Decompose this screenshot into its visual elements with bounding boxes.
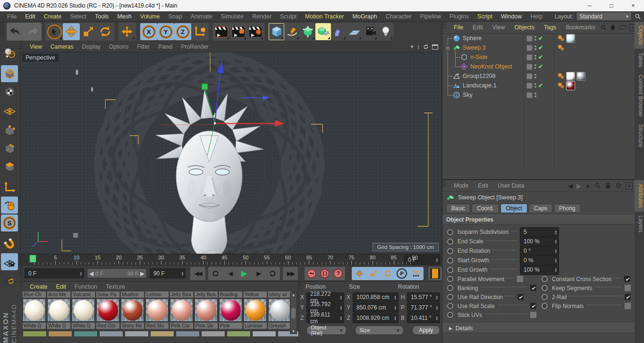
search-icon[interactable] <box>635 13 641 20</box>
om-grip[interactable] <box>442 22 446 29</box>
workplane-align-button[interactable] <box>1 271 18 288</box>
material-preview[interactable] <box>219 299 242 322</box>
position-z-field[interactable]: 189.611 cm <box>306 313 344 323</box>
keyframe-selection-button[interactable]: ? <box>331 267 345 280</box>
visibility-dots[interactable] <box>534 74 536 78</box>
menu-mograph[interactable]: MoGraph <box>348 13 381 20</box>
material-preview[interactable] <box>145 299 169 322</box>
polygons-mode-button[interactable] <box>1 158 18 175</box>
am-target-icon[interactable] <box>615 182 622 189</box>
visibility-dots[interactable] <box>534 45 536 50</box>
enable-toggle[interactable]: ✔ <box>538 54 545 60</box>
live-selection-button[interactable] <box>46 23 63 40</box>
frame-range-slider[interactable]: ◀ 0 F 90 F ▶ <box>87 268 147 278</box>
vp-maximize-icon[interactable] <box>432 44 438 50</box>
goto-end-button[interactable]: ▶▶ <box>283 267 297 280</box>
render-view-button[interactable] <box>213 23 230 40</box>
current-frame-marker[interactable] <box>29 255 36 263</box>
prev-frame-button[interactable]: ◀ <box>223 267 237 280</box>
render-picture-viewer-button[interactable] <box>230 23 247 40</box>
am-lock-icon[interactable] <box>605 182 611 189</box>
rotation-p-field[interactable]: 71.377 ° <box>407 303 440 313</box>
menu-create[interactable]: Create <box>40 13 66 20</box>
phong-tag-icon[interactable] <box>558 73 565 79</box>
dock-tab-layers[interactable]: Layers <box>635 212 644 236</box>
size-x-field[interactable]: 1020.858 cm <box>353 292 398 302</box>
material-item[interactable]: Vulcanic White G <box>72 292 95 330</box>
layer-swatch[interactable] <box>526 45 533 51</box>
layer-swatch[interactable] <box>526 73 533 79</box>
scale-tool-button[interactable] <box>80 23 97 40</box>
material-preview[interactable] <box>170 299 193 322</box>
spline-pen-button[interactable] <box>284 23 300 40</box>
key-pla-button[interactable] <box>409 267 423 280</box>
menu-character[interactable]: Character <box>381 13 416 20</box>
viewport-solo-button[interactable] <box>1 197 18 214</box>
anim-dot[interactable] <box>447 248 453 254</box>
use-rail-direction-checkbox[interactable]: ✔ <box>517 293 524 300</box>
anim-dot[interactable] <box>447 239 453 245</box>
toolbar-grip[interactable] <box>0 22 4 39</box>
material-item[interactable]: Blue Ch White G <box>23 292 46 330</box>
scroll-thumb[interactable] <box>291 308 296 318</box>
texture-mode-button[interactable] <box>1 83 18 100</box>
layer-swatch[interactable] <box>526 83 533 89</box>
add-primitive-cube-button[interactable] <box>269 23 284 40</box>
vp-menu-prorender[interactable]: ProRender <box>177 43 213 50</box>
am-back-icon[interactable]: ◀ <box>568 182 573 189</box>
current-frame-field[interactable]: 0 F <box>25 268 84 278</box>
dock-tab-attributes[interactable]: Attributes <box>635 180 644 212</box>
flip-normals-checkbox[interactable]: ✔ <box>624 302 631 309</box>
layer-swatch[interactable] <box>526 92 533 98</box>
object-row-group[interactable]: Group12208 ✔ <box>442 71 635 81</box>
keep-segments-checkbox[interactable]: ✔ <box>624 284 631 292</box>
phong-tag-icon[interactable] <box>558 82 565 89</box>
redo-button[interactable] <box>24 23 41 40</box>
make-editable-button[interactable] <box>1 44 18 61</box>
anim-dot[interactable] <box>447 276 453 282</box>
autokey-button[interactable]: ( ) <box>318 267 331 280</box>
anim-dot[interactable] <box>447 257 453 264</box>
anim-dot[interactable] <box>542 303 548 309</box>
material-item[interactable]: Anis Me White G <box>47 292 70 330</box>
undo-button[interactable] <box>7 23 24 40</box>
record-keyframe-button[interactable] <box>305 267 318 280</box>
material-preview[interactable] <box>23 299 46 322</box>
material-preview[interactable] <box>121 299 144 322</box>
close-button[interactable]: × <box>622 0 644 11</box>
material-grip[interactable] <box>19 282 23 288</box>
anim-dot[interactable] <box>447 285 453 291</box>
vp-pan-icon[interactable]: + <box>410 43 414 50</box>
menu-motion-tracker[interactable]: Motion Tracker <box>301 13 348 20</box>
om-menu-tags[interactable]: Tags <box>539 24 561 31</box>
key-scale-button[interactable] <box>366 267 381 280</box>
maximize-button[interactable]: □ <box>601 0 622 11</box>
material-preview[interactable] <box>96 299 119 322</box>
material-item[interactable]: Solar Pa Red Glo <box>96 292 119 330</box>
render-settings-button[interactable] <box>247 23 264 40</box>
enable-snap-button[interactable] <box>1 235 18 252</box>
timeline-ruler[interactable]: 0510 152025 303540 455055 606570 758085 … <box>19 254 442 265</box>
parallel-movement-checkbox[interactable]: ✔ <box>517 275 524 283</box>
menu-mesh[interactable]: Mesh <box>113 13 136 20</box>
visibility-dots[interactable] <box>534 93 536 97</box>
mat-menu-texture[interactable]: Texture <box>102 283 129 290</box>
object-row-sweep[interactable]: − Sweep.3 ✔ <box>442 43 635 52</box>
anim-dot[interactable] <box>542 276 548 282</box>
enable-toggle[interactable]: ✔ <box>538 92 545 98</box>
material-item[interactable]: Jelly Bea Pink Ski <box>195 292 218 330</box>
anim-dot[interactable] <box>447 267 453 273</box>
two-rail-checkbox[interactable]: ✔ <box>624 293 631 300</box>
tab-object[interactable]: Object <box>500 204 527 213</box>
visibility-dots[interactable] <box>534 83 536 88</box>
rotation-b-field[interactable]: 10.411 ° <box>407 313 440 323</box>
workplane-mode-button[interactable] <box>1 101 18 118</box>
vp-menu-view[interactable]: View <box>25 43 46 50</box>
tab-coord[interactable]: Coord. <box>472 204 499 213</box>
coords-mode-dropdown[interactable]: Object (Rel) <box>306 326 347 335</box>
minimize-button[interactable]: ─ <box>579 0 601 11</box>
range-left-handle[interactable]: ◀ <box>87 270 95 277</box>
dock-tab-takes[interactable]: Takes <box>635 49 644 71</box>
am-menu-userdata[interactable]: User Data <box>493 182 529 189</box>
phong-tag-icon[interactable] <box>558 35 565 42</box>
